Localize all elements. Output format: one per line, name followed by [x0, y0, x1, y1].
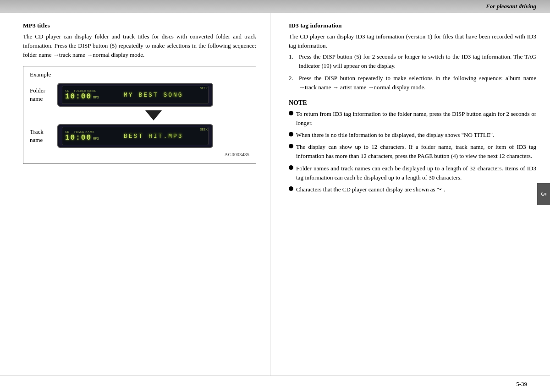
bullet-2: When there is no title information to be… — [289, 131, 536, 140]
page-number: 5-39 — [516, 381, 527, 388]
track-right-text: SEEK — [200, 128, 208, 131]
bullet-4-text: Folder names and track names can each be… — [296, 164, 536, 182]
mp3-section-title: MP3 titles — [23, 22, 256, 29]
bullet-5: Characters that the CD player cannot dis… — [289, 185, 536, 194]
id3-body-text: The CD player can display ID3 tag inform… — [289, 32, 536, 50]
bullet-3: The display can show up to 12 characters… — [289, 142, 536, 161]
note-section: NOTE To return from ID3 tag information … — [289, 99, 536, 194]
bullet-4: Folder names and track names can each be… — [289, 164, 536, 182]
folder-right-text: SEEK — [200, 87, 208, 90]
step-2-num: 2. — [289, 74, 297, 92]
folder-display-text: MY BEST SONG — [102, 92, 205, 98]
folder-mp3-indicator: MP3 — [93, 96, 99, 99]
step-1-text: Press the DISP button (5) for 2 seconds … — [299, 52, 536, 71]
track-display-inner: CD TRACK NAME 10:00 MP3 BEST HIT.MP3 SEE… — [62, 127, 209, 145]
chapter-tab: 5 — [537, 183, 550, 205]
chapter-number: 5 — [539, 192, 548, 196]
bullet-1-text: To return from ID3 tag information to th… — [296, 109, 536, 128]
step-2: 2. Press the DISP button repeatedly to m… — [289, 74, 536, 92]
bullet-dot-5 — [289, 186, 293, 191]
left-column: MP3 titles The CD player can display fol… — [0, 13, 270, 376]
ag-code: AG0003485 — [30, 152, 249, 157]
id3-section-title: ID3 tag information — [289, 22, 536, 29]
mp3-body-text: The CD player can display folder and tra… — [23, 32, 256, 60]
bullet-dot-4 — [289, 165, 293, 170]
down-arrow-icon — [145, 110, 162, 120]
step-1: 1. Press the DISP button (5) for 2 secon… — [289, 52, 536, 71]
folder-display-row: Folder name CD FOLDER NAME 10:00 MP3 — [30, 83, 249, 107]
top-bar: For pleasant driving — [0, 0, 550, 13]
steps-list: 1. Press the DISP button (5) for 2 secon… — [289, 52, 536, 92]
track-name-indicator: TRACK NAME — [74, 131, 94, 133]
bullet-3-text: The display can show up to 12 characters… — [296, 142, 536, 161]
page-container: For pleasant driving MP3 titles The CD p… — [0, 0, 550, 392]
bullet-1: To return from ID3 tag information to th… — [289, 109, 536, 128]
folder-name-indicator: FOLDER NAME — [74, 89, 96, 92]
folder-display-inner: CD FOLDER NAME 10:00 MP3 MY BEST SONG SE… — [62, 86, 209, 104]
example-box: Example Folder name CD FOLDER NAME — [23, 66, 256, 164]
track-cd-indicator: CD — [65, 131, 69, 133]
example-label: Example — [30, 71, 249, 78]
step-1-num: 1. — [289, 52, 297, 71]
track-display-time: 10:00 — [65, 134, 92, 142]
track-label: Track name — [30, 128, 57, 144]
folder-cd-indicator: CD — [65, 89, 69, 92]
track-display-row: Track name CD TRACK NAME 10:00 MP3 — [30, 124, 249, 148]
bullet-dot-3 — [289, 144, 293, 148]
folder-display-time: 10:00 — [65, 93, 92, 101]
right-column: ID3 tag information The CD player can di… — [270, 13, 550, 376]
note-title: NOTE — [289, 99, 536, 107]
track-mp3-indicator: MP3 — [93, 137, 99, 141]
bullet-2-text: When there is no title information to be… — [296, 131, 494, 140]
page-footer: 5-39 — [0, 376, 550, 392]
track-display-text: BEST HIT.MP3 — [102, 133, 205, 140]
folder-label: Folder name — [30, 87, 57, 103]
bullet-5-text: Characters that the CD player cannot dis… — [296, 185, 445, 194]
page-header-title: For pleasant driving — [486, 3, 536, 10]
arrow-row — [57, 110, 249, 120]
bullet-dot-1 — [289, 111, 293, 115]
folder-cd-display: CD FOLDER NAME 10:00 MP3 MY BEST SONG SE… — [57, 83, 213, 107]
track-cd-display: CD TRACK NAME 10:00 MP3 BEST HIT.MP3 SEE… — [57, 124, 213, 148]
step-2-text: Press the DISP button repeatedly to make… — [299, 74, 536, 92]
bullet-dot-2 — [289, 132, 293, 136]
main-content: MP3 titles The CD player can display fol… — [0, 13, 550, 376]
